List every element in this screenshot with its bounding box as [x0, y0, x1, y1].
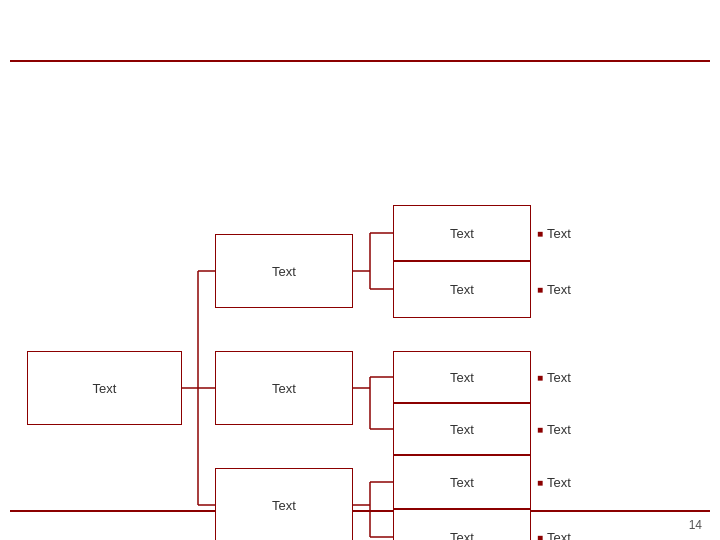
diagram-container: Text Text Text Text Text Text Text Text …: [10, 75, 710, 505]
box-mid1-label: Text: [272, 264, 296, 279]
bullet-label-3-text: Text: [547, 370, 571, 385]
box-leaf5: Text: [393, 455, 531, 509]
box-leaf4-label: Text: [450, 422, 474, 437]
box-mid2-label: Text: [272, 381, 296, 396]
connector-lines: [10, 75, 710, 505]
bullet-label-5: Text: [537, 455, 571, 509]
bullet-label-1: Text: [537, 205, 571, 261]
top-decorative-line: [10, 60, 710, 62]
box-leaf3: Text: [393, 351, 531, 403]
bullet-label-2-text: Text: [547, 282, 571, 297]
box-leaf6-label: Text: [450, 530, 474, 541]
bullet-label-6: Text: [537, 509, 571, 540]
bullet-label-5-text: Text: [547, 475, 571, 490]
box-mid3: Text: [215, 468, 353, 540]
box-root: Text: [27, 351, 182, 425]
bullet-label-4: Text: [537, 403, 571, 455]
box-leaf1: Text: [393, 205, 531, 261]
box-mid1: Text: [215, 234, 353, 308]
bullet-label-4-text: Text: [547, 422, 571, 437]
bullet-label-6-text: Text: [547, 530, 571, 541]
box-mid2: Text: [215, 351, 353, 425]
box-leaf6: Text: [393, 509, 531, 540]
bullet-label-1-text: Text: [547, 226, 571, 241]
box-leaf2-label: Text: [450, 282, 474, 297]
page-number: 14: [689, 518, 702, 532]
box-leaf2: Text: [393, 261, 531, 318]
bullet-label-2: Text: [537, 261, 571, 318]
box-mid3-label: Text: [272, 498, 296, 513]
bullet-label-3: Text: [537, 351, 571, 403]
box-leaf3-label: Text: [450, 370, 474, 385]
box-leaf5-label: Text: [450, 475, 474, 490]
bottom-decorative-line: [10, 510, 710, 512]
box-leaf1-label: Text: [450, 226, 474, 241]
box-root-label: Text: [93, 381, 117, 396]
box-leaf4: Text: [393, 403, 531, 455]
